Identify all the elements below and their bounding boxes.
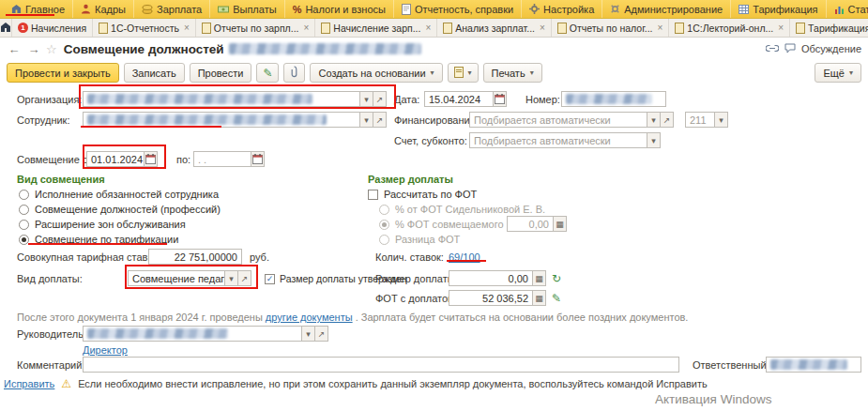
- discussion-icon[interactable]: [784, 43, 796, 55]
- other-documents-link[interactable]: другие документы: [266, 312, 353, 323]
- close-icon[interactable]: ×: [304, 23, 310, 33]
- radio-pct-fot-combined[interactable]: % ФОТ совмещаемого: [379, 219, 504, 230]
- radio-fot-difference[interactable]: Разница ФОТ: [379, 234, 460, 245]
- date-value: 15.04.2024: [429, 94, 480, 105]
- tab-otchety-po-nalogam[interactable]: Отчеты по налог... ×: [552, 19, 670, 37]
- period-to-field[interactable]: . .: [193, 151, 251, 167]
- document-icon: [557, 23, 567, 34]
- org-field[interactable]: [83, 91, 360, 107]
- menu-item-tarifikatsiya[interactable]: Тарификация: [731, 0, 826, 18]
- close-icon[interactable]: ×: [658, 23, 663, 33]
- comment-field[interactable]: [83, 357, 679, 373]
- reports-menu-button[interactable]: ▾: [448, 63, 479, 83]
- checkbox-label: Рассчитать по ФОТ: [384, 189, 477, 200]
- favorite-star-icon[interactable]: ☆: [46, 42, 57, 56]
- more-button[interactable]: Ещё▾: [815, 63, 861, 83]
- close-icon[interactable]: ×: [540, 23, 545, 33]
- menu-item-statistika[interactable]: Статистика: [827, 0, 868, 18]
- radio-icon: [19, 220, 29, 230]
- employee-open-button[interactable]: ↗: [373, 112, 387, 128]
- employee-dropdown-button[interactable]: ▾: [360, 112, 373, 128]
- tab-otchety-po-zarplate[interactable]: Отчеты по зарпл... ×: [196, 19, 316, 37]
- kek-dropdown-button[interactable]: ▾: [715, 112, 728, 128]
- close-icon[interactable]: ×: [184, 23, 190, 33]
- radio-label: Разница ФОТ: [395, 234, 460, 245]
- supplement-kind-field[interactable]: Совмещение педагогичес...: [128, 270, 225, 286]
- financing-field[interactable]: Подбирается автоматически: [469, 112, 647, 128]
- radio-sovmeshchenie-dolzhnostey[interactable]: Совмещение должностей (профессий): [19, 204, 221, 215]
- rate-count-link[interactable]: 69/100: [449, 251, 480, 263]
- menu-item-nalogi[interactable]: % Налоги и взносы: [285, 0, 394, 18]
- edit-fot-icon[interactable]: ✎: [552, 292, 561, 305]
- close-icon[interactable]: ×: [425, 23, 431, 33]
- period-to-calendar-button[interactable]: [251, 151, 265, 167]
- responsible-value-redacted: [770, 359, 847, 370]
- period-from-calendar-button[interactable]: [145, 151, 158, 167]
- kek-field[interactable]: 211: [685, 112, 715, 128]
- director-link[interactable]: Директор: [83, 344, 128, 356]
- supplement-kind-open-button[interactable]: ↗: [238, 270, 251, 286]
- page-title: Совмещение должностей: [64, 42, 224, 56]
- org-dropdown-button[interactable]: ▾: [360, 91, 373, 107]
- back-icon[interactable]: ←: [7, 42, 22, 56]
- manager-dropdown-button[interactable]: ▾: [302, 326, 315, 342]
- pct-combined-field[interactable]: 0,00: [507, 216, 554, 232]
- close-icon[interactable]: ×: [778, 23, 784, 33]
- forward-icon[interactable]: →: [26, 42, 41, 56]
- org-open-button[interactable]: ↗: [373, 91, 387, 107]
- print-button[interactable]: Печать▾: [483, 63, 542, 83]
- date-field[interactable]: 15.04.2024: [424, 91, 494, 107]
- radio-pct-fot-named[interactable]: % от ФОТ Сидельниковой Е. В.: [379, 204, 545, 215]
- number-field[interactable]: [561, 91, 666, 107]
- period-from-value: 01.01.2024: [91, 154, 143, 165]
- post-button[interactable]: Провести: [190, 63, 252, 83]
- manager-open-button[interactable]: ↗: [315, 326, 328, 342]
- menu-item-otchetnost[interactable]: Отчетность, справки: [394, 0, 522, 18]
- supplement-kind-dropdown-button[interactable]: ▾: [225, 270, 238, 286]
- financing-open-button[interactable]: ↗: [661, 112, 674, 128]
- menu-item-administrirovanie[interactable]: Администрирование: [602, 0, 731, 18]
- tab-1c-otchetnost[interactable]: 1С-Отчетность ×: [93, 19, 196, 37]
- recalculate-icon[interactable]: ↻: [552, 272, 561, 285]
- tariff-rate-field[interactable]: 22 751,00000: [148, 249, 242, 265]
- checkbox-calc-by-fot[interactable]: Рассчитать по ФОТ: [368, 189, 477, 200]
- manager-field[interactable]: [83, 326, 302, 342]
- tab-tarifikatsiya-sosh[interactable]: Тарификация СОШ ×: [790, 19, 868, 37]
- supplement-amount-calc-icon[interactable]: ▦: [533, 270, 546, 286]
- menu-item-vyplaty[interactable]: Выплаты: [210, 0, 284, 18]
- tab-analiz-zarplaty[interactable]: Анализ зарплат... ×: [437, 19, 552, 37]
- period-from-field[interactable]: 01.01.2024: [86, 151, 145, 167]
- responsible-field[interactable]: [766, 357, 861, 373]
- post-and-close-button[interactable]: Провести и закрыть: [7, 63, 119, 83]
- employee-field[interactable]: [83, 112, 360, 128]
- discussion-label[interactable]: Обсуждение: [801, 43, 861, 54]
- menu-item-glavnoe[interactable]: Главное: [4, 0, 73, 18]
- tab-nachislenie-zarplaty[interactable]: Начисление зарп... ×: [315, 19, 437, 37]
- button-label: Ещё: [823, 68, 845, 79]
- home-tab[interactable]: [0, 19, 12, 37]
- date-calendar-button[interactable]: [494, 91, 507, 107]
- tab-lektoriy[interactable]: 1С:Лекторий-онл... ×: [669, 19, 790, 37]
- radio-ispolnenie[interactable]: Исполнение обязанностей сотрудника: [19, 189, 219, 200]
- fot-total-calc-icon[interactable]: ▦: [533, 290, 546, 306]
- financing-dropdown-button[interactable]: ▾: [647, 112, 661, 128]
- attachments-button[interactable]: [283, 63, 305, 83]
- write-button[interactable]: Записать: [124, 63, 185, 83]
- menu-item-kadry[interactable]: Кадры: [73, 0, 134, 18]
- button-label: Записать: [132, 68, 176, 79]
- radio-rasshirenie-zon[interactable]: Расширение зон обслуживания: [19, 219, 186, 230]
- pct-combined-calc-icon[interactable]: ▦: [554, 216, 567, 232]
- fix-link[interactable]: Исправить: [4, 378, 54, 389]
- edit-pencil-button[interactable]: ✎: [256, 63, 279, 83]
- get-link-icon[interactable]: [766, 43, 779, 54]
- supplement-amount-field[interactable]: 0,00: [449, 270, 533, 286]
- radio-label: Расширение зон обслуживания: [35, 219, 186, 230]
- tab-nachisleniya[interactable]: 1 Начисления: [12, 19, 93, 37]
- menu-item-nastroyka[interactable]: Настройка: [522, 0, 602, 18]
- fot-total-field[interactable]: 52 036,52: [449, 290, 533, 306]
- account-field[interactable]: Подбирается автоматически: [469, 132, 647, 148]
- menu-item-zarplata[interactable]: Зарплата: [134, 0, 210, 18]
- account-dropdown-button[interactable]: ▾: [647, 132, 661, 148]
- radio-sovmeshchenie-po-tarifikatsii[interactable]: Совмещение по тарификации: [19, 234, 178, 245]
- create-based-on-button[interactable]: Создать на основании▾: [310, 63, 442, 83]
